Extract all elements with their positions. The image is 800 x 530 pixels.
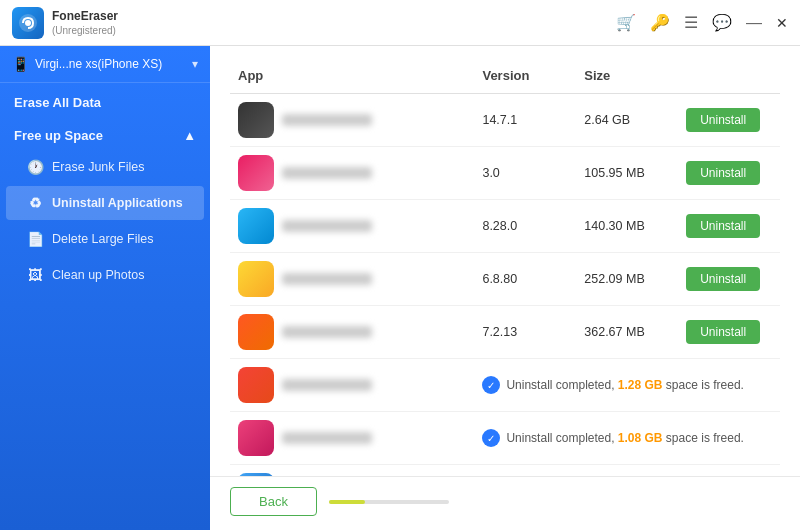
sidebar-item-uninstall-apps[interactable]: ♻ Uninstall Applications — [6, 186, 204, 220]
close-icon[interactable]: ✕ — [776, 15, 788, 31]
device-selector[interactable]: 📱 Virgi...ne xs(iPhone XS) ▾ — [0, 46, 210, 83]
app-icon — [238, 314, 274, 350]
app-icon — [238, 155, 274, 191]
progress-bar-background — [329, 500, 449, 504]
completed-message: Uninstall completed, 1.08 GB space is fr… — [506, 431, 743, 445]
size-cell: 140.30 MB — [576, 200, 678, 253]
table-row: 7.2.13362.67 MBUninstall — [230, 306, 780, 359]
size-cell: 105.95 MB — [576, 147, 678, 200]
action-cell: ✓Uninstall completed, 1.08 GB space is f… — [474, 412, 780, 465]
progress-area — [329, 500, 780, 504]
uninstall-button[interactable]: Uninstall — [686, 108, 760, 132]
device-name: Virgi...ne xs(iPhone XS) — [35, 57, 186, 71]
app-cell — [230, 94, 474, 147]
action-cell: Uninstall — [678, 306, 780, 359]
check-icon: ✓ — [482, 376, 500, 394]
app-cell — [230, 465, 474, 477]
table-row: 14.7.12.64 GBUninstall — [230, 94, 780, 147]
action-cell: Uninstall — [678, 253, 780, 306]
sidebar-item-delete-large[interactable]: 📄 Delete Large Files — [6, 222, 204, 256]
sidebar-item-clean-photos[interactable]: 🖼 Clean up Photos — [6, 258, 204, 292]
collapse-icon: ▲ — [183, 128, 196, 143]
main-layout: 📱 Virgi...ne xs(iPhone XS) ▾ Erase All D… — [0, 46, 800, 530]
size-cell: 252.09 MB — [576, 253, 678, 306]
app-icon — [238, 367, 274, 403]
table-row: ✓Uninstall completed, 1.28 GB space is f… — [230, 359, 780, 412]
size-cell: 362.67 MB — [576, 306, 678, 359]
back-button[interactable]: Back — [230, 487, 317, 516]
phone-icon: 📱 — [12, 56, 29, 72]
completed-cell: ✓Uninstall completed, 1.08 GB space is f… — [482, 429, 772, 447]
check-icon: ✓ — [482, 429, 500, 447]
action-cell: Uninstall — [678, 147, 780, 200]
svg-point-1 — [25, 20, 31, 26]
table-row: ✓Uninstall completed, 1.08 GB space is f… — [230, 412, 780, 465]
col-header-size: Size — [576, 62, 678, 94]
sidebar-item-erase-junk[interactable]: 🕐 Erase Junk Files — [6, 150, 204, 184]
app-name-blurred — [282, 273, 372, 285]
app-name-blurred — [282, 167, 372, 179]
app-icon — [238, 420, 274, 456]
app-cell — [230, 412, 474, 465]
erase-all-section[interactable]: Erase All Data — [0, 83, 210, 116]
chat-icon[interactable]: 💬 — [712, 13, 732, 32]
menu-icon[interactable]: ☰ — [684, 13, 698, 32]
version-cell: 8.28.0 — [474, 200, 576, 253]
title-bar: FoneEraser (Unregistered) 🛒 🔑 ☰ 💬 — ✕ — [0, 0, 800, 46]
version-cell: 6.8.80 — [474, 253, 576, 306]
action-cell: ✓Uninstall completed, 1.28 GB space is f… — [474, 359, 780, 412]
key-icon[interactable]: 🔑 — [650, 13, 670, 32]
completed-message: Uninstall completed, 1.28 GB space is fr… — [506, 378, 743, 392]
uninstall-button[interactable]: Uninstall — [686, 161, 760, 185]
app-cell — [230, 147, 474, 200]
app-branding: FoneEraser (Unregistered) — [12, 7, 118, 39]
document-icon: 📄 — [26, 230, 44, 248]
table-row: 6.8.80252.09 MBUninstall — [230, 253, 780, 306]
free-up-section[interactable]: Free up Space ▲ — [0, 116, 210, 149]
app-name-blurred — [282, 220, 372, 232]
app-list-container: App Version Size 14.7.12.64 GBUninstall3… — [210, 46, 800, 476]
chevron-down-icon: ▾ — [192, 57, 198, 71]
sidebar: 📱 Virgi...ne xs(iPhone XS) ▾ Erase All D… — [0, 46, 210, 530]
col-header-version: Version — [474, 62, 576, 94]
action-cell: Uninstall — [678, 94, 780, 147]
app-cell — [230, 200, 474, 253]
content-footer: Back — [210, 476, 800, 530]
size-cell: 2.64 GB — [576, 94, 678, 147]
app-cell — [230, 306, 474, 359]
version-cell: 3.0 — [474, 147, 576, 200]
table-row: ✓Uninstall completed, 162.25 MB space is… — [230, 465, 780, 477]
uninstall-button[interactable]: Uninstall — [686, 267, 760, 291]
table-row: 8.28.0140.30 MBUninstall — [230, 200, 780, 253]
app-name: FoneEraser — [52, 9, 118, 25]
col-header-app: App — [230, 62, 474, 94]
content-area: App Version Size 14.7.12.64 GBUninstall3… — [210, 46, 800, 530]
image-icon: 🖼 — [26, 266, 44, 284]
app-cell — [230, 253, 474, 306]
app-name-blurred — [282, 114, 372, 126]
app-icon — [238, 208, 274, 244]
app-logo — [12, 7, 44, 39]
app-name-blurred — [282, 432, 372, 444]
recycle-icon: ♻ — [26, 194, 44, 212]
app-status: (Unregistered) — [52, 25, 118, 36]
cart-icon[interactable]: 🛒 — [616, 13, 636, 32]
app-icon — [238, 102, 274, 138]
completed-cell: ✓Uninstall completed, 1.28 GB space is f… — [482, 376, 772, 394]
app-table: App Version Size 14.7.12.64 GBUninstall3… — [230, 62, 780, 476]
table-row: 3.0105.95 MBUninstall — [230, 147, 780, 200]
app-name-blurred — [282, 326, 372, 338]
version-cell: 14.7.1 — [474, 94, 576, 147]
app-name-blurred — [282, 379, 372, 391]
progress-bar-fill — [329, 500, 365, 504]
clock-icon: 🕐 — [26, 158, 44, 176]
uninstall-button[interactable]: Uninstall — [686, 214, 760, 238]
action-cell: ✓Uninstall completed, 162.25 MB space is… — [474, 465, 780, 477]
app-icon — [238, 261, 274, 297]
version-cell: 7.2.13 — [474, 306, 576, 359]
col-header-action — [678, 62, 780, 94]
uninstall-button[interactable]: Uninstall — [686, 320, 760, 344]
window-controls: 🛒 🔑 ☰ 💬 — ✕ — [616, 13, 788, 32]
action-cell: Uninstall — [678, 200, 780, 253]
minimize-icon[interactable]: — — [746, 14, 762, 32]
